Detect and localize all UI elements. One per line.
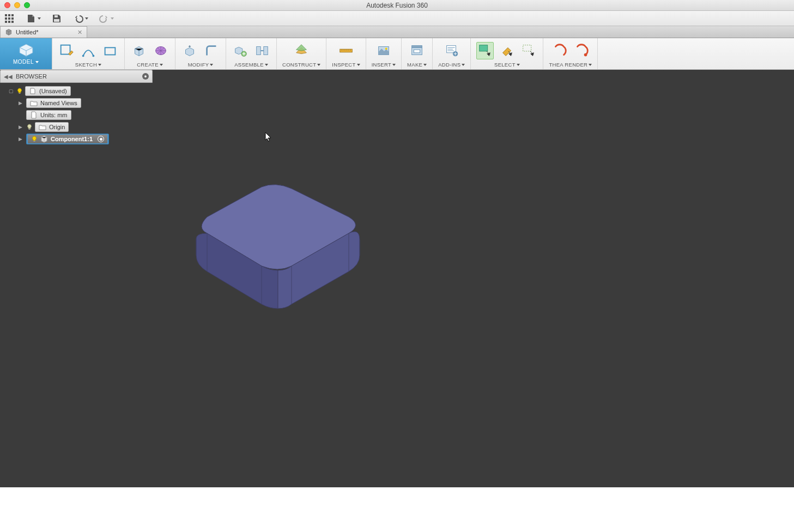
window-selection-button[interactable]	[476, 42, 494, 59]
thea-render-button-1[interactable]	[551, 42, 568, 59]
svg-rect-11	[61, 45, 70, 54]
ribbon-group-label: INSERT	[372, 62, 391, 68]
viewport-area[interactable]: ◀◀ BROWSER ● ▢ (Unsaved) ▶ Named Views	[0, 70, 794, 532]
press-pull-button[interactable]	[181, 42, 198, 59]
data-panel-button[interactable]	[3, 13, 15, 25]
ribbon-group-insert: INSERT	[366, 38, 402, 69]
fillet-button[interactable]	[203, 42, 220, 59]
ribbon-group-create: CREATE	[125, 38, 175, 69]
joint-button[interactable]	[253, 42, 271, 59]
ribbon-group-inspect: INSPECT	[326, 38, 366, 69]
ribbon-group-make: MAKE	[402, 38, 433, 69]
3d-print-button[interactable]	[408, 42, 426, 59]
thea-render-button-2[interactable]	[573, 42, 590, 59]
ribbon-group-label: MODIFY	[188, 62, 209, 68]
document-tab-title: Untitled*	[16, 29, 39, 35]
svg-point-21	[385, 47, 387, 50]
svg-rect-1	[8, 14, 10, 16]
file-menu[interactable]	[25, 13, 41, 25]
scripts-addins-button[interactable]	[443, 42, 460, 59]
save-button[interactable]	[51, 13, 63, 25]
ribbon-toolbar: MODEL SKETCH CREATE MODIFY ASSEMBLE	[0, 38, 794, 70]
svg-rect-28	[523, 45, 531, 51]
ribbon-group-assemble: ASSEMBLE	[226, 38, 277, 69]
svg-point-13	[93, 55, 95, 57]
workspace-label: MODEL	[13, 59, 34, 65]
model-workspace-icon	[16, 43, 36, 58]
window-zoom-button[interactable]	[24, 2, 30, 8]
svg-rect-14	[105, 47, 116, 55]
extrude-button[interactable]	[130, 42, 148, 59]
traffic-lights	[4, 2, 30, 8]
ribbon-group-label: SKETCH	[75, 62, 97, 68]
undo-button[interactable]	[72, 13, 88, 25]
insert-derive-button[interactable]	[375, 42, 392, 59]
window-close-button[interactable]	[4, 2, 10, 8]
ribbon-group-label: INSPECT	[332, 62, 355, 68]
ribbon-group-construct: CONSTRUCT	[277, 38, 326, 69]
ribbon-group-thea-render: THEA RENDER	[543, 38, 598, 69]
ribbon-group-addins: ADD-INS	[433, 38, 471, 69]
ribbon-group-label: CONSTRUCT	[282, 62, 316, 68]
svg-rect-3	[5, 17, 7, 20]
svg-rect-2	[11, 14, 14, 16]
ribbon-group-label: THEA RENDER	[549, 62, 587, 68]
construct-plane-button[interactable]	[293, 42, 310, 59]
redo-button[interactable]	[98, 13, 114, 25]
svg-rect-18	[264, 46, 268, 55]
svg-rect-4	[8, 17, 10, 20]
bottom-white-strip	[0, 487, 794, 532]
svg-point-12	[82, 55, 84, 57]
create-sketch-button[interactable]	[58, 42, 75, 59]
quick-access-toolbar	[0, 11, 794, 26]
3d-body-component1[interactable]	[174, 179, 371, 326]
ribbon-group-label: CREATE	[137, 62, 159, 68]
ribbon-group-label: MAKE	[407, 62, 422, 68]
svg-rect-7	[8, 21, 10, 23]
close-tab-button[interactable]: ✕	[77, 29, 82, 36]
measure-button[interactable]	[337, 42, 355, 59]
svg-rect-24	[414, 50, 420, 53]
ribbon-group-label: SELECT	[494, 62, 516, 68]
chevron-down-icon	[392, 64, 396, 66]
ribbon-group-modify: MODIFY	[175, 38, 226, 69]
viewport-3d[interactable]	[0, 70, 794, 532]
ribbon-group-sketch: SKETCH	[52, 38, 125, 69]
chevron-down-icon	[210, 64, 213, 66]
document-tab-bar: Untitled* ✕	[0, 26, 794, 38]
create-form-button[interactable]	[152, 42, 169, 59]
chevron-down-icon	[357, 64, 360, 66]
chevron-down-icon	[317, 64, 320, 66]
chevron-down-icon	[85, 17, 88, 20]
svg-rect-23	[412, 45, 422, 47]
svg-point-29	[584, 53, 587, 56]
chevron-down-icon	[423, 64, 427, 66]
chevron-down-icon	[265, 64, 268, 66]
freeform-selection-button[interactable]	[520, 42, 537, 59]
chevron-down-icon	[111, 17, 114, 20]
workspace-switcher[interactable]: MODEL	[0, 38, 52, 69]
chevron-down-icon	[462, 64, 465, 66]
svg-rect-0	[5, 14, 7, 16]
svg-rect-9	[54, 15, 58, 17]
chevron-down-icon	[517, 64, 520, 66]
svg-rect-27	[480, 45, 488, 51]
svg-rect-5	[11, 17, 14, 20]
chevron-down-icon	[35, 61, 39, 63]
cube-icon	[5, 28, 13, 36]
new-component-button[interactable]	[232, 42, 249, 59]
document-tab[interactable]: Untitled* ✕	[0, 26, 87, 38]
svg-rect-10	[54, 19, 59, 22]
ribbon-group-label: ASSEMBLE	[234, 62, 264, 68]
svg-rect-17	[257, 46, 261, 55]
paint-selection-button[interactable]	[498, 42, 516, 59]
chevron-down-icon	[160, 64, 163, 66]
ribbon-group-select: SELECT	[471, 38, 543, 69]
svg-rect-8	[11, 21, 14, 23]
window-minimize-button[interactable]	[14, 2, 20, 8]
ribbon-group-label: ADD-INS	[438, 62, 460, 68]
rectangle-tool-button[interactable]	[101, 42, 119, 59]
line-tool-button[interactable]	[80, 42, 97, 59]
chevron-down-icon	[589, 64, 592, 66]
chevron-down-icon	[38, 17, 41, 20]
